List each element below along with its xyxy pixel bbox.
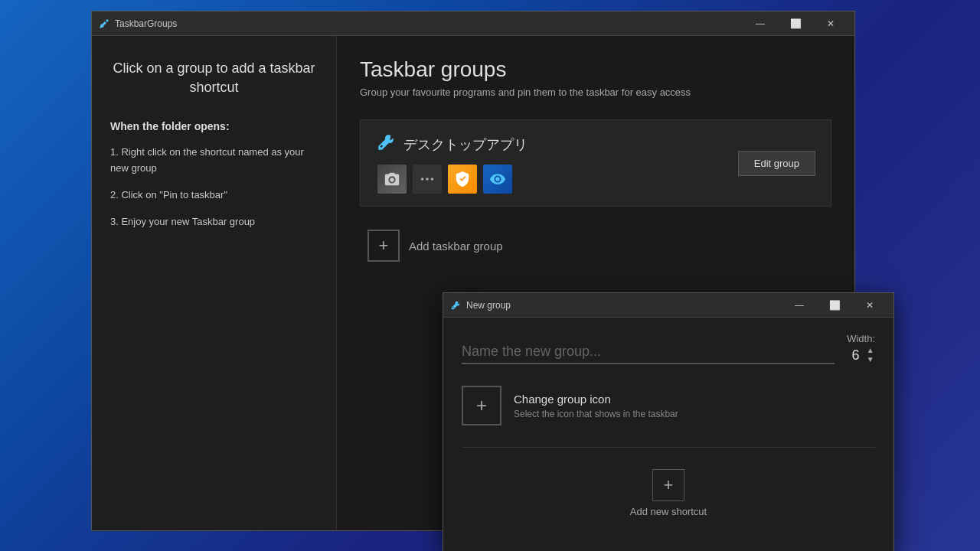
width-down-button[interactable]: ▼ (867, 355, 874, 364)
app-icon-2 (413, 165, 442, 194)
group-apps (377, 165, 528, 194)
dialog-title: New group (466, 300, 782, 311)
dialog-minimize-button[interactable]: — (782, 293, 817, 318)
main-window-title: TaskbarGroups (115, 18, 743, 29)
dialog-controls: — ⬜ ✕ (782, 293, 887, 318)
width-value: 6 (848, 347, 864, 364)
add-taskbar-group-button[interactable]: + Add taskbar group (360, 219, 831, 272)
change-icon-title: Change group icon (514, 393, 678, 406)
svg-point-0 (421, 178, 424, 181)
dialog-divider (462, 447, 875, 448)
sidebar-steps: 1. Right click on the shortcut named as … (110, 145, 318, 230)
dialog-title-bar: New group — ⬜ ✕ (443, 293, 893, 318)
sidebar-step-3: 3. Enjoy your new Taskbar group (110, 214, 318, 230)
add-shortcut-label: Add new shortcut (630, 506, 707, 517)
app-icon-3 (448, 165, 477, 194)
main-title-bar: TaskbarGroups — ⬜ ✕ (92, 11, 854, 36)
new-group-dialog: New group — ⬜ ✕ Width: 6 ▲ ▼ (443, 292, 894, 551)
dialog-maximize-button[interactable]: ⬜ (817, 293, 852, 318)
app-icon-1 (377, 165, 407, 194)
change-icon-button[interactable]: + (462, 386, 501, 425)
width-label: Width: (847, 333, 875, 344)
group-name: デスクトップアプリ (403, 135, 528, 154)
group-card[interactable]: デスクトップアプリ (360, 119, 831, 207)
dialog-app-icon (449, 299, 462, 311)
change-icon-row[interactable]: + Change group icon Select the icon that… (462, 380, 875, 432)
group-info: デスクトップアプリ (376, 132, 528, 194)
svg-point-2 (431, 178, 434, 181)
add-shortcut-area[interactable]: + Add new shortcut (462, 469, 875, 517)
sidebar-title: Click on a group to add a taskbar shortc… (110, 59, 318, 97)
dialog-content: Width: 6 ▲ ▼ + Change group icon Select … (443, 318, 893, 551)
minimize-button[interactable]: — (743, 11, 778, 36)
add-group-label: Add taskbar group (409, 240, 503, 253)
sidebar-step-1: 1. Right click on the shortcut named as … (110, 145, 318, 177)
edit-group-button[interactable]: Edit group (738, 151, 815, 176)
svg-point-1 (426, 178, 429, 181)
sidebar-when-opens: When the folder opens: (110, 120, 318, 132)
sidebar: Click on a group to add a taskbar shortc… (92, 36, 337, 530)
app-icon (98, 18, 110, 30)
add-shortcut-icon-box: + (652, 469, 684, 501)
app-icon-4 (483, 165, 512, 194)
group-icon (376, 132, 396, 157)
width-spinners: ▲ ▼ (867, 346, 874, 364)
add-group-icon: + (368, 230, 400, 262)
main-subtitle: Group your favourite programs and pin th… (360, 86, 831, 98)
plus-icon: + (476, 395, 487, 416)
icon-text: Change group icon Select the icon that s… (514, 393, 678, 419)
main-window-controls: — ⬜ ✕ (743, 11, 848, 36)
name-width-row: Width: 6 ▲ ▼ (462, 333, 875, 364)
maximize-button[interactable]: ⬜ (778, 11, 813, 36)
group-name-input[interactable] (462, 344, 835, 360)
name-input-container (462, 344, 835, 364)
sidebar-step-2: 2. Click on "Pin to taskbar" (110, 187, 318, 204)
width-container: Width: 6 ▲ ▼ (847, 333, 875, 364)
main-title: Taskbar groups (360, 57, 831, 82)
dialog-close-button[interactable]: ✕ (852, 293, 887, 318)
group-header: デスクトップアプリ (376, 132, 528, 157)
width-up-button[interactable]: ▲ (867, 346, 874, 355)
change-icon-subtitle: Select the icon that shows in the taskba… (514, 409, 678, 419)
close-button[interactable]: ✕ (813, 11, 848, 36)
width-row: 6 ▲ ▼ (848, 346, 874, 364)
